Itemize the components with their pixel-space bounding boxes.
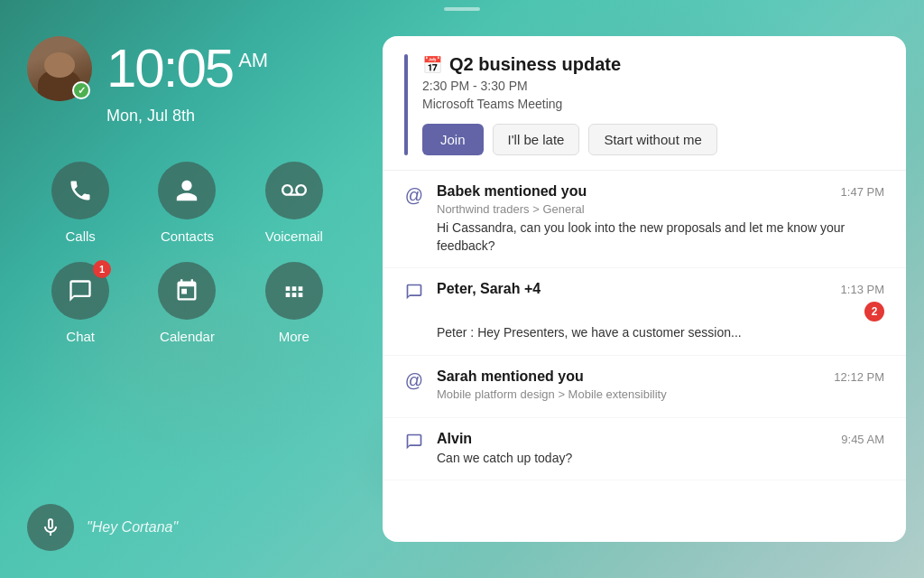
notif-sender: Babek mentioned you	[437, 183, 587, 200]
meeting-card: 📅 Q2 business update 2:30 PM - 3:30 PM M…	[383, 36, 906, 171]
calendar-meeting-icon: 📅	[422, 55, 442, 75]
mention-icon: @	[404, 185, 424, 206]
skip-button[interactable]: Start without me	[588, 124, 716, 155]
more-icon-circle	[265, 262, 323, 320]
app-calls[interactable]: Calls	[27, 162, 134, 244]
cortana-mic-button[interactable]	[27, 504, 74, 551]
calls-label: Calls	[65, 228, 95, 244]
notif-header: Peter, Sarah +4 1:13 PM 2	[437, 281, 884, 322]
microphone-icon	[40, 517, 61, 538]
chat-label: Chat	[66, 329, 95, 344]
notification-item[interactable]: Peter, Sarah +4 1:13 PM 2 Peter : Hey Pr…	[383, 268, 906, 356]
top-pill	[444, 7, 480, 11]
chat-icon	[68, 278, 93, 303]
unread-badge: 2	[864, 302, 884, 322]
notif-header: Babek mentioned you 1:47 PM	[437, 183, 884, 200]
app-chat[interactable]: 1 Chat	[27, 262, 134, 344]
notif-message: Peter : Hey Presenters, we have a custom…	[437, 324, 884, 342]
calendar-icon-circle	[158, 262, 216, 320]
notifications-card: 📅 Q2 business update 2:30 PM - 3:30 PM M…	[383, 36, 906, 542]
more-icon	[282, 278, 307, 303]
notif-body: Alvin 9:45 AM Can we catch up today?	[437, 431, 884, 468]
meeting-type: Microsoft Teams Meeting	[422, 97, 884, 111]
meeting-time: 2:30 PM - 3:30 PM	[422, 79, 884, 93]
app-calendar[interactable]: Calendar	[134, 262, 240, 344]
app-more[interactable]: More	[241, 262, 347, 344]
time-block: 10:05 AM	[106, 42, 268, 96]
voicemail-icon	[282, 178, 307, 203]
notif-header: Alvin 9:45 AM	[437, 431, 884, 447]
app-contacts[interactable]: Contacts	[134, 162, 240, 244]
meeting-content: 📅 Q2 business update 2:30 PM - 3:30 PM M…	[422, 54, 884, 155]
notif-time: 1:47 PM	[841, 185, 884, 199]
meeting-title-row: 📅 Q2 business update	[422, 54, 884, 75]
mention-icon: @	[404, 370, 424, 391]
notification-item[interactable]: @ Sarah mentioned you 12:12 PM Mobile pl…	[383, 356, 906, 418]
calls-icon-circle	[51, 162, 109, 219]
cortana-label: "Hey Cortana"	[87, 519, 178, 536]
notif-subtitle: Northwind traders > General	[437, 202, 884, 216]
meeting-actions: Join I'll be late Start without me	[422, 124, 884, 155]
notif-body: Sarah mentioned you 12:12 PM Mobile plat…	[437, 368, 884, 405]
join-button[interactable]: Join	[422, 124, 484, 155]
time-ampm: AM	[238, 49, 268, 72]
notif-header: Sarah mentioned you 12:12 PM	[437, 368, 884, 385]
calendar-label: Calendar	[160, 329, 215, 344]
avatar	[27, 36, 92, 101]
chat-badge: 1	[93, 260, 111, 278]
late-button[interactable]: I'll be late	[493, 124, 580, 155]
notif-subtitle: Mobile platform design > Mobile extensib…	[437, 387, 884, 401]
date-display: Mon, Jul 8th	[106, 107, 347, 126]
meeting-title: Q2 business update	[449, 54, 621, 75]
notif-time: 9:45 AM	[841, 433, 884, 446]
time-display: 10:05	[106, 42, 233, 96]
notifications-list: @ Babek mentioned you 1:47 PM Northwind …	[383, 171, 906, 542]
notif-time: 12:12 PM	[834, 370, 884, 384]
notif-body: Peter, Sarah +4 1:13 PM 2 Peter : Hey Pr…	[437, 281, 884, 342]
user-time-row: 10:05 AM	[27, 36, 347, 101]
chat-notif-icon	[404, 283, 424, 305]
voicemail-icon-circle	[265, 162, 323, 219]
contacts-label: Contacts	[161, 228, 214, 244]
apps-grid: Calls Contacts Voicemail 1	[27, 162, 347, 344]
notif-body: Babek mentioned you 1:47 PM Northwind tr…	[437, 183, 884, 255]
more-label: More	[279, 329, 310, 344]
chat-icon-circle: 1	[51, 262, 109, 320]
calls-icon	[68, 178, 93, 203]
contacts-icon	[174, 178, 199, 203]
notif-message: Hi Cassandra, can you look into the new …	[437, 219, 884, 255]
notif-sender: Sarah mentioned you	[437, 368, 584, 385]
notif-sender: Alvin	[437, 431, 472, 447]
cortana-row[interactable]: "Hey Cortana"	[27, 504, 347, 551]
notification-item[interactable]: @ Babek mentioned you 1:47 PM Northwind …	[383, 171, 906, 268]
meeting-accent-bar	[404, 54, 408, 155]
notification-item[interactable]: Alvin 9:45 AM Can we catch up today?	[383, 418, 906, 481]
notif-sender: Peter, Sarah +4	[437, 281, 541, 297]
contacts-icon-circle	[158, 162, 216, 219]
calendar-icon	[174, 278, 199, 303]
notif-right: 1:13 PM 2	[841, 283, 884, 322]
status-badge	[72, 81, 90, 99]
chat-notif-icon	[404, 433, 424, 455]
notif-time: 1:13 PM	[841, 283, 884, 296]
notif-message: Can we catch up today?	[437, 450, 884, 468]
left-panel: 10:05 AM Mon, Jul 8th Calls Contacts	[0, 0, 374, 578]
app-voicemail[interactable]: Voicemail	[241, 162, 347, 244]
voicemail-label: Voicemail	[265, 228, 323, 244]
